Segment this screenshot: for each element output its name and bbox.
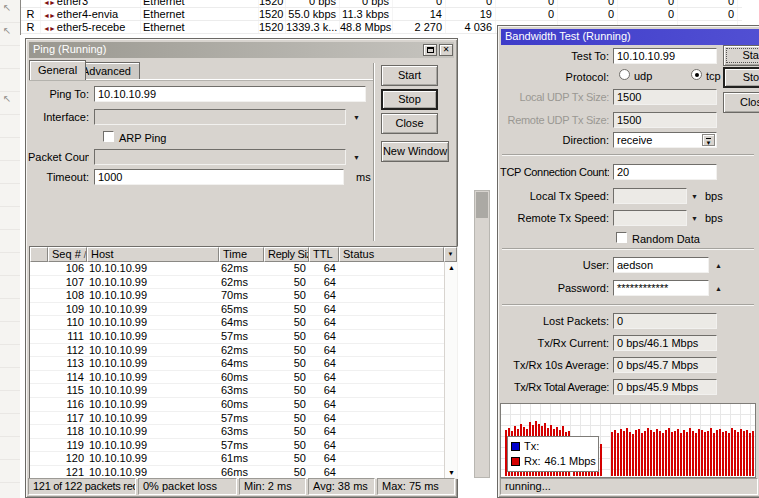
ping-cell: 50: [264, 425, 309, 438]
ping-cell: 64: [309, 344, 339, 357]
ping-cell: 10.10.10.99: [87, 344, 219, 357]
packet-count-select[interactable]: [94, 149, 346, 165]
ping-cell: 10.10.10.99: [87, 276, 219, 289]
start-button[interactable]: Start: [723, 45, 759, 66]
header-blank[interactable]: [30, 247, 48, 262]
ping-table-row[interactable]: 11710.10.10.9957ms5064: [30, 412, 444, 426]
ping-table-row[interactable]: 12010.10.10.9961ms5064: [30, 452, 444, 466]
header-status[interactable]: Status: [339, 247, 444, 262]
scroll-down-icon[interactable]: ▼: [445, 469, 458, 476]
ping-cell: 64: [309, 330, 339, 343]
ping-table-row[interactable]: 10910.10.10.9965ms5064: [30, 303, 444, 317]
header-ttl[interactable]: TTL: [309, 247, 339, 262]
header-time[interactable]: Time: [219, 247, 264, 262]
tcp-connection-count-input[interactable]: 20: [613, 164, 717, 180]
scrollbar-thumb[interactable]: [476, 192, 488, 218]
txrx-total-average-value: 0 bps/45.9 Mbps: [613, 379, 717, 395]
ping-cell: 10.10.10.99: [87, 330, 219, 343]
chart-bar: [662, 433, 664, 476]
spin-up-icon[interactable]: ▲: [715, 262, 722, 270]
ping-table-row[interactable]: 12110.10.10.9966ms5064: [30, 466, 444, 478]
header-reply-size[interactable]: Reply Size: [264, 247, 309, 262]
chart-bar: [626, 428, 628, 476]
random-data-checkbox[interactable]: [616, 232, 627, 243]
close-window-button[interactable]: Close: [381, 113, 438, 134]
ping-cell: [339, 384, 444, 397]
arp-ping-label: ARP Ping: [119, 132, 167, 144]
rx-legend-value: 46.1 Mbps: [545, 455, 596, 467]
txrx-current-value: 0 bps/46.1 Mbps: [613, 335, 717, 351]
row-lead-cell: [30, 357, 48, 370]
ping-cell: [339, 466, 444, 478]
ping-table-row[interactable]: 11610.10.10.9960ms5064: [30, 398, 444, 412]
remote-udp-tx-size-input: 1500: [613, 112, 717, 128]
stop-button[interactable]: Stop: [381, 89, 438, 110]
row-lead-cell: [30, 439, 48, 452]
ping-table-row[interactable]: 11910.10.10.9957ms5064: [30, 439, 444, 453]
ping-cell: 113: [48, 357, 87, 370]
ping-cell: 50: [264, 439, 309, 452]
ping-table-row[interactable]: 11810.10.10.9963ms5064: [30, 425, 444, 439]
dropdown-icon[interactable]: ▼: [691, 215, 698, 223]
start-button[interactable]: Start: [381, 65, 438, 86]
ping-table-row[interactable]: 11010.10.10.9964ms5064: [30, 316, 444, 330]
ping-table-row[interactable]: 10710.10.10.9962ms5064: [30, 276, 444, 290]
header-seq[interactable]: Seq #/: [48, 247, 87, 262]
ping-cell: 64: [309, 439, 339, 452]
chart-bar: [677, 429, 679, 476]
radio-udp-label: udp: [634, 70, 652, 82]
test-to-input[interactable]: 10.10.10.99: [613, 48, 717, 64]
spin-up-icon[interactable]: ▲: [715, 285, 722, 293]
tx-legend-label: Tx:: [524, 440, 539, 452]
table-scrollbar[interactable]: ▲ ▼: [444, 262, 457, 478]
ping-table-row[interactable]: 10610.10.10.9962ms5064: [30, 262, 444, 276]
lost-packets-label: Lost Packets:: [500, 315, 609, 327]
chart-bar: [653, 432, 655, 476]
ping-table-row[interactable]: 11210.10.10.9962ms5064: [30, 344, 444, 358]
ping-cell: 64: [309, 289, 339, 302]
close-button[interactable]: ✕: [439, 44, 453, 56]
header-host[interactable]: Host: [87, 247, 219, 262]
interface-row[interactable]: R◄►ether4-enviaEthernet152055.0 kbps11.3…: [21, 8, 742, 21]
remote-udp-tx-size-label: Remote UDP Tx Size:: [500, 114, 609, 126]
ping-table-row[interactable]: 11410.10.10.9960ms5064: [30, 371, 444, 385]
ping-table-row[interactable]: 10810.10.10.9970ms5064: [30, 289, 444, 303]
stop-button[interactable]: Stop: [723, 67, 759, 88]
ping-to-input[interactable]: 10.10.10.99: [94, 86, 366, 102]
ping-cell: 63ms: [219, 384, 264, 397]
chart-bar: [743, 431, 745, 476]
local-udp-tx-size-input: 1500: [613, 89, 717, 105]
new-window-button[interactable]: New Window: [381, 141, 449, 162]
txrx-current-label: Tx/Rx Current:: [500, 337, 609, 349]
interface-select[interactable]: [94, 109, 346, 125]
background-scrollbar[interactable]: [474, 190, 490, 478]
ping-table-row[interactable]: 11310.10.10.9964ms5064: [30, 357, 444, 371]
row-lead-cell: [30, 412, 48, 425]
ping-table-row[interactable]: 11110.10.10.9957ms5064: [30, 330, 444, 344]
tab-general[interactable]: General: [29, 60, 86, 80]
dropdown-icon[interactable]: ▼: [353, 114, 360, 122]
radio-udp[interactable]: [619, 69, 630, 80]
scroll-up-icon[interactable]: ▲: [445, 264, 458, 271]
ping-table-row[interactable]: 11510.10.10.9963ms5064: [30, 384, 444, 398]
ping-cell: 106: [48, 262, 87, 275]
ping-cell: 64: [309, 384, 339, 397]
column-select-icon[interactable]: ▼: [444, 247, 457, 262]
radio-tcp[interactable]: [691, 69, 702, 80]
local-tx-speed-input: [613, 188, 687, 204]
arp-ping-checkbox[interactable]: [103, 131, 114, 142]
direction-select[interactable]: receive ▼: [613, 132, 717, 148]
row-lead-cell: [30, 330, 48, 343]
dropdown-icon[interactable]: ▼: [691, 193, 698, 201]
timeout-input[interactable]: 1000: [94, 169, 344, 185]
password-input[interactable]: ************: [613, 280, 709, 296]
remote-tx-speed-input: [613, 210, 687, 226]
close-window-button[interactable]: Close: [723, 92, 759, 113]
user-input[interactable]: aedson: [613, 257, 709, 273]
txrx-10s-average-value: 0 bps/45.7 Mbps: [613, 357, 717, 373]
maximize-button[interactable]: [423, 44, 437, 56]
interface-row[interactable]: ◄►ether3Ethernet15200 bps0 bps000000: [21, 0, 742, 8]
combo-open-button[interactable]: ▼: [702, 134, 715, 146]
dropdown-icon[interactable]: ▼: [353, 154, 360, 162]
ping-cell: 10.10.10.99: [87, 303, 219, 316]
